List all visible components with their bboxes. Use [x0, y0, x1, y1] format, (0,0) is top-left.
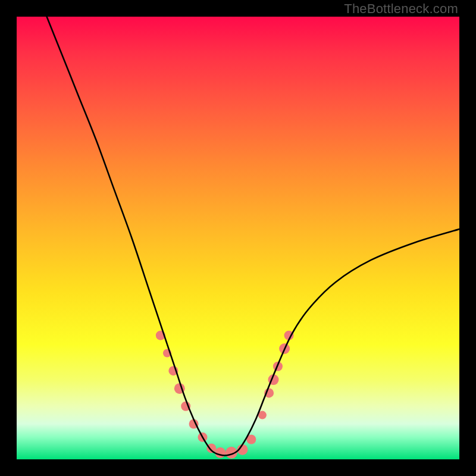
- outer-frame: TheBottleneck.com: [0, 0, 476, 476]
- bottleneck-curve: [43, 17, 459, 455]
- curve-layer: [17, 17, 459, 459]
- marker-dot: [215, 447, 226, 458]
- watermark-text: TheBottleneck.com: [344, 1, 458, 17]
- plot-area: [17, 17, 459, 459]
- marker-group: [156, 331, 294, 459]
